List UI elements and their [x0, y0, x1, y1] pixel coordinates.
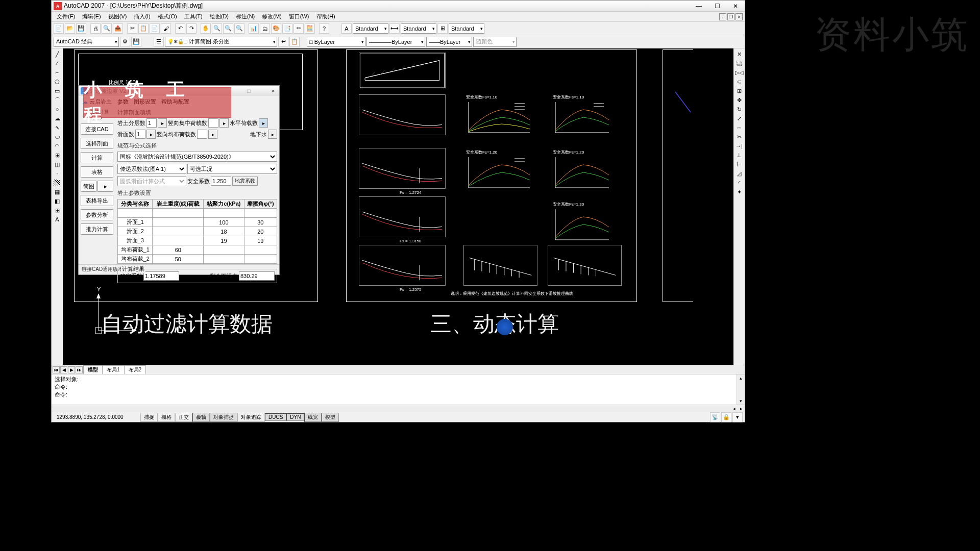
zoom-window-icon[interactable]: 🔍: [234, 23, 244, 34]
table-cell[interactable]: 20: [244, 227, 277, 236]
mtext-icon[interactable]: A: [52, 215, 62, 224]
method-dropdown[interactable]: 传递系数法(图A.1): [117, 164, 186, 174]
workspace-save-icon[interactable]: 💾: [131, 37, 141, 47]
ellipse-icon[interactable]: ⬭: [52, 132, 62, 141]
layout1-tab[interactable]: 布局1: [102, 365, 125, 374]
dim-style-dropdown[interactable]: Standard: [401, 23, 436, 34]
cut-icon[interactable]: ✂: [127, 23, 137, 34]
point-icon[interactable]: ·: [52, 169, 62, 178]
workspace-dropdown[interactable]: AutoCAD 经典: [54, 37, 119, 47]
revcloud-icon[interactable]: ☁: [52, 114, 62, 123]
workspace-settings-icon[interactable]: ⚙: [120, 37, 130, 47]
join-icon[interactable]: ⊢: [734, 160, 744, 169]
tab-next-button[interactable]: ▶: [68, 366, 75, 373]
hatch-icon[interactable]: [52, 178, 62, 187]
table-icon[interactable]: ⊞: [52, 206, 62, 215]
rectangle-icon[interactable]: ▭: [52, 86, 62, 95]
polygon-icon[interactable]: ⬠: [52, 77, 62, 86]
chamfer-icon[interactable]: ◿: [734, 169, 744, 178]
menu-file[interactable]: 文件(F): [54, 12, 78, 21]
cmd-vscroll[interactable]: ▴▾: [737, 374, 745, 405]
extend-icon[interactable]: →|: [734, 141, 744, 151]
undo-icon[interactable]: ↶: [175, 23, 185, 34]
dimstyle-icon[interactable]: ⟷: [389, 23, 400, 34]
xline-icon[interactable]: ∕: [52, 59, 62, 68]
publish-icon[interactable]: 📤: [113, 23, 123, 34]
thrust-calc-button[interactable]: 推力计算: [81, 223, 113, 235]
spec-dropdown[interactable]: 国标《滑坡防治设计规范(GB/T38509-2020)》: [117, 152, 277, 162]
ortho-toggle[interactable]: 正交: [175, 413, 192, 422]
region-icon[interactable]: ◧: [52, 196, 62, 206]
polar-toggle[interactable]: 极轴: [192, 413, 210, 422]
osnap-toggle[interactable]: 对象捕捉: [210, 413, 237, 422]
block-icon[interactable]: ⊞: [52, 151, 62, 160]
table-cell[interactable]: 滑面_2: [118, 227, 153, 236]
grid-toggle[interactable]: 栅格: [158, 413, 175, 422]
stretch-icon[interactable]: ↔: [734, 123, 744, 132]
cmd-hscroll[interactable]: ◂▸: [52, 405, 745, 412]
param-analysis-button[interactable]: 参数分析: [81, 209, 113, 220]
sheetset-icon[interactable]: 📑: [282, 23, 292, 34]
menu-tools[interactable]: 工具(T): [181, 12, 206, 21]
otrack-toggle[interactable]: 对象追踪: [237, 413, 265, 422]
safety-factor-input[interactable]: [211, 177, 231, 186]
status-lock-icon[interactable]: 🔒: [721, 412, 731, 422]
markup-icon[interactable]: ✏: [293, 23, 304, 34]
table-cell[interactable]: 20: [153, 209, 204, 218]
table-cell[interactable]: [204, 255, 244, 264]
mirror-icon[interactable]: ▷◁: [734, 68, 744, 77]
maximize-button[interactable]: ☐: [710, 2, 724, 10]
menu-help[interactable]: 帮助(H): [313, 12, 338, 21]
table-cell[interactable]: 0: [204, 209, 244, 218]
zoom-prev-icon[interactable]: 🔍: [223, 23, 233, 34]
dyn-toggle[interactable]: DYN: [286, 413, 304, 421]
quake-button[interactable]: 地震系数: [232, 177, 258, 186]
trim-icon[interactable]: ✂: [734, 132, 744, 141]
menu-view[interactable]: 视图(V): [105, 12, 130, 21]
lwt-toggle[interactable]: 线宽: [304, 413, 322, 422]
preview-icon[interactable]: 🔍: [102, 23, 112, 34]
table-cell[interactable]: 滑面_3: [118, 236, 153, 245]
tab-first-button[interactable]: ⏮: [53, 366, 60, 373]
arc-dropdown[interactable]: 圆弧滑面计算公式: [117, 176, 186, 186]
command-window[interactable]: 选择对象: 命令: 命令: ▴▾: [52, 374, 745, 405]
text-style-dropdown[interactable]: Standard: [353, 23, 388, 34]
explode-icon[interactable]: ✦: [734, 187, 744, 196]
textstyle-icon[interactable]: A: [341, 23, 352, 34]
redo-icon[interactable]: ↷: [186, 23, 197, 34]
open-icon[interactable]: 📂: [65, 23, 75, 34]
plotstyle-dropdown[interactable]: 随颜色: [473, 37, 517, 47]
pan-icon[interactable]: ✋: [201, 23, 211, 34]
slip-surfaces-input[interactable]: [135, 130, 145, 139]
hload-btn[interactable]: ▸: [259, 118, 268, 128]
table-cell[interactable]: [153, 218, 204, 227]
print-icon[interactable]: 🖨: [90, 23, 101, 34]
spline-icon[interactable]: ∿: [52, 123, 62, 132]
table-cell[interactable]: 60: [153, 245, 204, 255]
arc-icon[interactable]: ⌒: [52, 95, 62, 105]
table-cell[interactable]: 0: [244, 209, 277, 218]
param-table[interactable]: 分类与名称岩土重度(或)荷载粘聚力c(kPa)摩擦角φ(°) 分层_12000 …: [117, 199, 277, 264]
copy-icon[interactable]: 📋: [138, 23, 149, 34]
table-cell[interactable]: 19: [204, 236, 244, 245]
table-cell[interactable]: [204, 245, 244, 255]
fillet-icon[interactable]: ◜: [734, 178, 744, 187]
drawing-canvas[interactable]: 比例尺 1:500 Fs = 1.2724 Fs = 1.3158: [63, 48, 733, 365]
array-icon[interactable]: ⊞: [734, 86, 744, 95]
move-icon[interactable]: ✥: [734, 95, 744, 105]
table-cell[interactable]: [244, 245, 277, 255]
select-profile-button[interactable]: 选择剖面: [81, 138, 113, 149]
status-comm-icon[interactable]: 📡: [710, 412, 720, 422]
new-icon[interactable]: 📄: [54, 23, 64, 34]
export-table-button[interactable]: 表格导出: [81, 195, 113, 206]
slip-surfaces-btn[interactable]: ▸: [146, 130, 156, 139]
copy-obj-icon[interactable]: ⿻: [734, 59, 744, 68]
pline-icon[interactable]: ⌐: [52, 68, 62, 77]
scale-icon[interactable]: ⤢: [734, 114, 744, 123]
table-cell[interactable]: 均布荷载_2: [118, 255, 153, 264]
menu-format[interactable]: 格式(O): [155, 12, 180, 21]
table-cell[interactable]: 19: [244, 236, 277, 245]
tab-last-button[interactable]: ⏭: [76, 366, 83, 373]
ducs-toggle[interactable]: DUCS: [265, 413, 286, 421]
offset-icon[interactable]: ⊂: [734, 77, 744, 86]
